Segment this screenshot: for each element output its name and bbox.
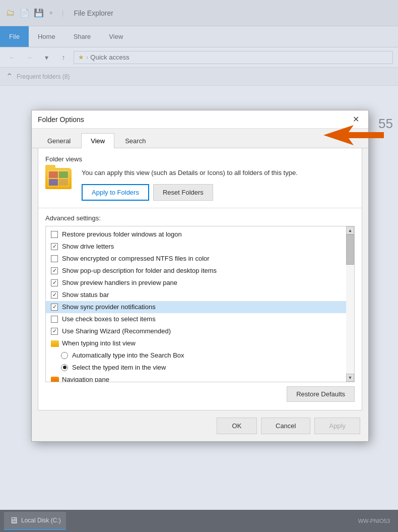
folder-views-description: You can apply this view (such as Details… xyxy=(82,168,355,178)
settings-list-container: Restore previous folder windows at logon… xyxy=(45,226,355,382)
restore-area: Restore Defaults xyxy=(45,382,355,404)
scroll-track[interactable] xyxy=(346,234,354,374)
checkbox-preview[interactable] xyxy=(51,279,58,286)
folder-views-label: Folder views xyxy=(45,155,355,163)
folder-typing-icon xyxy=(51,339,59,347)
advanced-settings-label: Advanced settings: xyxy=(45,214,355,222)
setting-show-popup[interactable]: Show pop-up description for folder and d… xyxy=(46,265,346,277)
setting-label: Show drive letters xyxy=(62,243,114,250)
setting-label: Use Sharing Wizard (Recommended) xyxy=(62,327,171,335)
setting-sharing-wizard[interactable]: Use Sharing Wizard (Recommended) xyxy=(46,325,346,337)
setting-show-preview[interactable]: Show preview handlers in preview pane xyxy=(46,277,346,289)
dialog-title: Folder Options xyxy=(38,115,84,124)
folder-visual xyxy=(45,168,72,189)
tab-search[interactable]: Search xyxy=(115,133,155,148)
restore-defaults-button[interactable]: Restore Defaults xyxy=(287,386,355,402)
advanced-settings-section: Advanced settings: Restore previous fold… xyxy=(38,208,362,410)
setting-label: Select the typed item in the view xyxy=(72,364,166,371)
setting-show-drive-letters[interactable]: Show drive letters xyxy=(46,241,346,253)
checkbox-popup[interactable] xyxy=(51,267,58,274)
folder-views-content: You can apply this view (such as Details… xyxy=(45,168,355,201)
setting-label: Show preview handlers in preview pane xyxy=(62,279,177,286)
folder-large-icon xyxy=(45,168,74,194)
checkbox-sync[interactable] xyxy=(51,304,58,311)
arrow-annotation xyxy=(323,125,384,147)
setting-auto-type-search[interactable]: Automatically type into the Search Box xyxy=(46,349,346,362)
checkbox-encrypted[interactable] xyxy=(51,255,58,262)
setting-show-sync[interactable]: Show sync provider notifications xyxy=(46,301,346,313)
radio-auto-type[interactable] xyxy=(61,352,68,359)
folder-visual-inner xyxy=(47,170,70,187)
tab-view[interactable]: View xyxy=(81,133,114,148)
setting-select-typed[interactable]: Select the typed item in the view xyxy=(46,362,346,374)
scrollbar[interactable]: ▲ ▼ xyxy=(346,226,354,382)
ok-button[interactable]: OK xyxy=(217,418,257,434)
setting-label: When typing into list view xyxy=(62,339,136,347)
folder-options-dialog: Folder Options ✕ General View Search Fol… xyxy=(31,110,369,442)
setting-label: Restore previous folder windows at logon xyxy=(62,230,182,238)
setting-label: Show pop-up description for folder and d… xyxy=(62,267,217,274)
checkbox-drive-letters[interactable] xyxy=(51,243,58,250)
apply-to-folders-button[interactable]: Apply to Folders xyxy=(82,184,149,201)
checkbox-restore[interactable] xyxy=(51,231,58,238)
dialog-body: Folder views You can apply this view (su… xyxy=(38,148,362,410)
scroll-thumb[interactable] xyxy=(346,234,354,265)
checkbox-checkboxes[interactable] xyxy=(51,316,58,323)
dialog-tabs: General View Search xyxy=(32,129,368,148)
folder-views-right: You can apply this view (such as Details… xyxy=(82,168,355,201)
setting-label: Show encrypted or compressed NTFS files … xyxy=(62,255,210,262)
setting-label: Automatically type into the Search Box xyxy=(72,351,184,359)
setting-show-encrypted[interactable]: Show encrypted or compressed NTFS files … xyxy=(46,253,346,265)
setting-label: Use check boxes to select items xyxy=(62,315,156,323)
dialog-footer: OK Cancel Apply xyxy=(32,410,368,441)
folder-nav-icon xyxy=(51,376,59,382)
setting-show-status-bar[interactable]: Show status bar xyxy=(46,289,346,301)
reset-folders-button[interactable]: Reset Folders xyxy=(153,184,213,201)
setting-label: Show status bar xyxy=(62,291,109,299)
setting-label: Navigation pane xyxy=(62,376,109,382)
folder-views-section: Folder views You can apply this view (su… xyxy=(38,148,362,208)
setting-use-checkboxes[interactable]: Use check boxes to select items xyxy=(46,313,346,325)
setting-restore-folder-windows[interactable]: Restore previous folder windows at logon xyxy=(46,228,346,241)
scroll-down-arrow[interactable]: ▼ xyxy=(346,374,354,382)
checkbox-sharing[interactable] xyxy=(51,328,58,335)
dialog-close-button[interactable]: ✕ xyxy=(349,113,362,126)
settings-list[interactable]: Restore previous folder windows at logon… xyxy=(46,226,346,382)
scroll-up-arrow[interactable]: ▲ xyxy=(346,226,354,234)
setting-when-typing: When typing into list view xyxy=(46,337,346,349)
tab-general[interactable]: General xyxy=(38,133,80,148)
radio-select-typed[interactable] xyxy=(61,364,68,371)
cancel-button[interactable]: Cancel xyxy=(261,418,310,434)
dialog-title-bar: Folder Options ✕ xyxy=(32,110,368,129)
svg-marker-0 xyxy=(323,125,384,145)
folder-views-buttons: Apply to Folders Reset Folders xyxy=(82,184,355,201)
setting-label: Show sync provider notifications xyxy=(62,303,156,311)
checkbox-status-bar[interactable] xyxy=(51,291,58,299)
apply-button[interactable]: Apply xyxy=(314,418,360,434)
setting-navigation-pane: Navigation pane xyxy=(46,374,346,382)
